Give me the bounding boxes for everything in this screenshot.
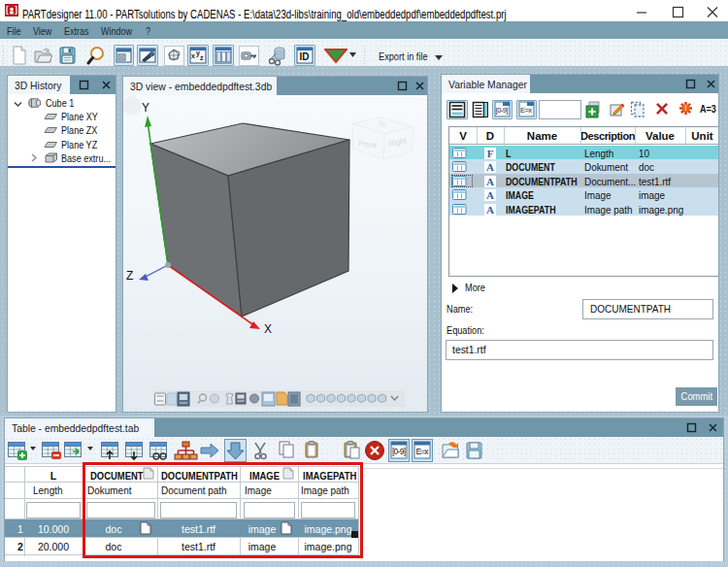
svg-text:x: x <box>191 52 195 59</box>
svg-text:!: ! <box>684 103 687 113</box>
svg-text:z: z <box>200 54 204 61</box>
svg-text:ID: ID <box>299 51 309 62</box>
svg-text:X: X <box>264 322 272 336</box>
svg-text:Z: Z <box>126 269 133 283</box>
svg-text:E=x: E=x <box>416 447 430 456</box>
svg-text:Y: Y <box>142 101 149 115</box>
svg-text:[0-9]: [0-9] <box>496 106 509 115</box>
svg-text:[0-9]: [0-9] <box>392 447 406 456</box>
svg-text:E=x: E=x <box>520 106 532 115</box>
